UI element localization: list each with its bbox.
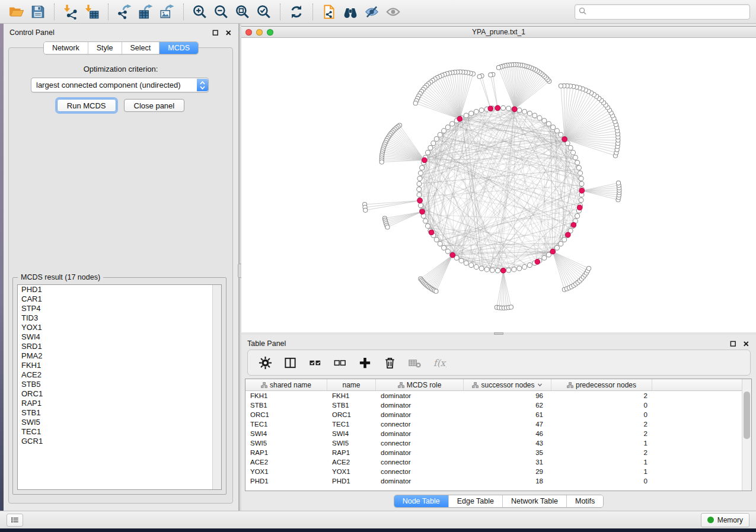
close-panel-button[interactable]: [225, 29, 232, 37]
table-row[interactable]: RAP1RAP1dominator352: [245, 448, 751, 457]
zoom-out-button[interactable]: [210, 2, 232, 21]
close-table-panel-button[interactable]: [742, 340, 750, 348]
tab-edge-table[interactable]: Edge Table: [448, 495, 502, 507]
window-minimize-traffic-light[interactable]: [256, 29, 263, 36]
column-header-successor-nodes[interactable]: successor nodes: [464, 379, 551, 390]
table-cell[interactable]: SWI5: [327, 440, 376, 447]
table-cell[interactable]: TEC1: [327, 421, 376, 428]
column-header-shared-name[interactable]: shared name: [245, 379, 327, 390]
find-button[interactable]: [340, 2, 361, 21]
tab-select[interactable]: Select: [122, 42, 160, 54]
mcds-result-item[interactable]: ACE2: [18, 370, 221, 380]
tab-style[interactable]: Style: [88, 42, 122, 54]
table-cell[interactable]: STB1: [327, 402, 376, 409]
table-row[interactable]: ACE2ACE2connector311: [245, 457, 751, 467]
status-menu-button[interactable]: [7, 514, 23, 527]
deselect-all-button[interactable]: [330, 353, 350, 372]
table-cell[interactable]: ORC1: [245, 411, 327, 418]
table-cell[interactable]: 96: [464, 392, 551, 399]
column-header-MCDS-role[interactable]: MCDS role: [376, 379, 464, 390]
table-cell[interactable]: 29: [464, 468, 551, 475]
zoom-in-button[interactable]: [189, 2, 210, 21]
mcds-result-item[interactable]: SRD1: [18, 342, 221, 351]
delete-column-button[interactable]: [379, 353, 400, 372]
table-row[interactable]: PHD1PHD1dominator180: [245, 476, 751, 486]
table-cell[interactable]: SWI4: [245, 430, 327, 437]
export-image-button[interactable]: [157, 2, 178, 21]
search-input[interactable]: [589, 7, 746, 17]
table-cell[interactable]: dominator: [376, 449, 464, 456]
mcds-result-item[interactable]: CAR1: [18, 294, 221, 304]
export-network-button[interactable]: [114, 2, 135, 21]
table-cell[interactable]: 62: [464, 402, 551, 409]
table-row[interactable]: STB1STB1dominator620: [245, 400, 751, 410]
table-cell[interactable]: TEC1: [245, 421, 327, 428]
table-cell[interactable]: SWI5: [245, 440, 327, 447]
table-cell[interactable]: 2: [551, 449, 652, 456]
table-row[interactable]: SWI4SWI4dominator462: [245, 429, 751, 438]
table-cell[interactable]: dominator: [376, 477, 464, 485]
table-cell[interactable]: 18: [464, 477, 551, 485]
table-cell[interactable]: STB1: [245, 402, 327, 409]
table-cell[interactable]: 47: [464, 421, 551, 428]
table-cell[interactable]: connector: [376, 421, 464, 428]
table-cell[interactable]: YOX1: [327, 468, 376, 475]
mcds-result-item[interactable]: STP4: [18, 304, 221, 313]
table-cell[interactable]: RAP1: [327, 449, 376, 456]
table-cell[interactable]: connector: [376, 440, 464, 447]
tab-network-table[interactable]: Network Table: [502, 495, 566, 507]
mcds-result-item[interactable]: PMA2: [18, 351, 221, 361]
table-cell[interactable]: FKH1: [327, 392, 376, 399]
table-cell[interactable]: 2: [551, 430, 652, 437]
tab-network[interactable]: Network: [44, 42, 88, 54]
mcds-result-item[interactable]: GCR1: [18, 437, 221, 446]
close-panel-action-button[interactable]: Close panel: [124, 99, 185, 112]
zoom-selected-button[interactable]: [253, 2, 275, 21]
column-header-name[interactable]: name: [327, 379, 376, 390]
table-row[interactable]: YOX1YOX1connector291: [245, 467, 751, 476]
column-header-predecessor-nodes[interactable]: predecessor nodes: [551, 379, 652, 390]
table-cell[interactable]: 1: [551, 459, 652, 466]
table-cell[interactable]: 35: [464, 449, 551, 456]
table-cell[interactable]: 2: [551, 392, 652, 399]
table-cell[interactable]: FKH1: [245, 392, 327, 399]
import-network-button[interactable]: [60, 2, 81, 21]
open-session-button[interactable]: [6, 2, 27, 21]
memory-button[interactable]: Memory: [701, 513, 749, 527]
apply-layout-button[interactable]: [286, 2, 307, 21]
table-row[interactable]: SWI5SWI5connector431: [245, 438, 751, 448]
table-cell[interactable]: dominator: [376, 392, 464, 399]
table-cell[interactable]: 2: [551, 421, 652, 428]
table-cell[interactable]: SWI4: [327, 430, 376, 437]
export-table-button[interactable]: [135, 2, 157, 21]
window-close-traffic-light[interactable]: [245, 29, 252, 36]
clone-network-button[interactable]: [318, 2, 340, 21]
mcds-result-item[interactable]: STB1: [18, 408, 221, 418]
table-cell[interactable]: connector: [376, 468, 464, 475]
mcds-result-item[interactable]: ORC1: [18, 389, 221, 399]
mcds-result-item[interactable]: SWI4: [18, 332, 221, 342]
add-column-button[interactable]: [355, 353, 375, 372]
table-row[interactable]: TEC1TEC1connector472: [245, 419, 751, 429]
network-graph[interactable]: [241, 38, 756, 333]
tab-mcds[interactable]: MCDS: [159, 42, 198, 54]
float-table-panel-button[interactable]: [729, 340, 737, 348]
mcds-result-item[interactable]: PHD1: [18, 285, 221, 294]
mcds-result-item[interactable]: RAP1: [18, 399, 221, 408]
search-box[interactable]: [575, 4, 750, 20]
show-columns-button[interactable]: [280, 353, 300, 372]
table-cell[interactable]: dominator: [376, 411, 464, 418]
table-cell[interactable]: 1: [551, 440, 652, 447]
table-cell[interactable]: PHD1: [327, 477, 376, 485]
table-cell[interactable]: PHD1: [245, 477, 327, 485]
table-row[interactable]: FKH1FKH1dominator962: [245, 391, 751, 400]
mcds-result-item[interactable]: TEC1: [18, 427, 221, 437]
zoom-fit-button[interactable]: [232, 2, 253, 21]
table-scrollbar[interactable]: [742, 379, 751, 491]
mcds-result-item[interactable]: STB5: [18, 380, 221, 389]
save-session-button[interactable]: [27, 2, 49, 21]
mcds-result-item[interactable]: SWI5: [18, 418, 221, 427]
table-cell[interactable]: ACE2: [245, 459, 327, 466]
table-cell[interactable]: 0: [551, 411, 652, 418]
mcds-list-scrollbar[interactable]: [212, 285, 221, 489]
